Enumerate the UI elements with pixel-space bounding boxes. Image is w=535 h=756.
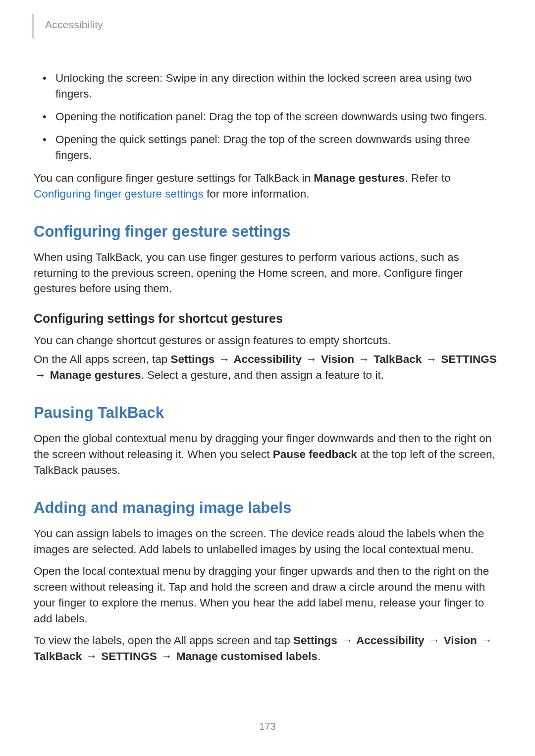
text-run: To view the labels, open the All apps sc… [34, 634, 293, 647]
arrow-icon: → [85, 650, 98, 662]
path-step: Accessibility [233, 353, 302, 365]
path-step: Vision [321, 353, 354, 365]
list-item: Opening the quick settings panel: Drag t… [34, 132, 501, 163]
body-paragraph: On the All apps screen, tap Settings → A… [34, 352, 501, 383]
list-item: Opening the notification panel: Drag the… [34, 109, 501, 125]
text-run: . Refer to [405, 172, 451, 184]
arrow-icon: → [305, 353, 318, 365]
section-heading-labels: Adding and managing image labels [34, 499, 501, 517]
body-paragraph: Open the global contextual menu by dragg… [34, 431, 501, 478]
path-step: Vision [444, 634, 477, 647]
text-run: . Select a gesture, and then assign a fe… [141, 369, 384, 381]
arrow-icon: → [425, 353, 438, 365]
arrow-icon: → [480, 634, 493, 647]
path-step: Settings [293, 634, 337, 647]
cross-reference-link[interactable]: Configuring finger gesture settings [34, 188, 204, 200]
page: Accessibility Unlocking the screen: Swip… [0, 0, 535, 756]
text-bold: Manage gestures [314, 172, 405, 184]
path-step: TalkBack [34, 650, 82, 662]
path-step: SETTINGS [441, 353, 497, 365]
arrow-icon: → [34, 369, 47, 381]
breadcrumb: Accessibility [45, 19, 103, 31]
text-run: for more information. [204, 188, 310, 200]
arrow-icon: → [217, 353, 231, 365]
section-heading-configuring: Configuring finger gesture settings [34, 223, 501, 241]
body-paragraph: To view the labels, open the All apps sc… [34, 633, 501, 664]
text-run: On the All apps screen, tap [34, 353, 170, 365]
arrow-icon: → [160, 650, 173, 662]
content-area: Unlocking the screen: Swipe in any direc… [32, 70, 503, 664]
body-paragraph: You can assign labels to images on the s… [34, 526, 501, 557]
list-item: Unlocking the screen: Swipe in any direc… [34, 70, 501, 102]
body-paragraph: Open the local contextual menu by draggi… [34, 563, 501, 627]
page-number: 173 [0, 721, 535, 732]
arrow-icon: → [428, 634, 441, 647]
body-paragraph: When using TalkBack, you can use finger … [34, 250, 501, 297]
subsection-heading-shortcut: Configuring settings for shortcut gestur… [34, 311, 501, 326]
header-rule-icon [32, 14, 34, 39]
body-paragraph: You can change shortcut gestures or assi… [34, 333, 501, 349]
section-heading-pausing: Pausing TalkBack [34, 404, 501, 422]
path-step: SETTINGS [101, 650, 157, 662]
gesture-bullet-list: Unlocking the screen: Swipe in any direc… [34, 70, 501, 163]
page-header: Accessibility [32, 19, 503, 39]
intro-paragraph: You can configure finger gesture setting… [34, 170, 501, 202]
path-step: Manage gestures [50, 369, 141, 381]
path-step: Manage customised labels [176, 650, 318, 662]
arrow-icon: → [357, 353, 371, 365]
path-step: Settings [170, 353, 214, 365]
text-bold: Pause feedback [273, 448, 357, 460]
text-run: . [318, 650, 321, 662]
text-run: You can configure finger gesture setting… [34, 172, 314, 184]
path-step: Accessibility [356, 634, 425, 647]
path-step: TalkBack [374, 353, 422, 365]
arrow-icon: → [340, 634, 354, 647]
